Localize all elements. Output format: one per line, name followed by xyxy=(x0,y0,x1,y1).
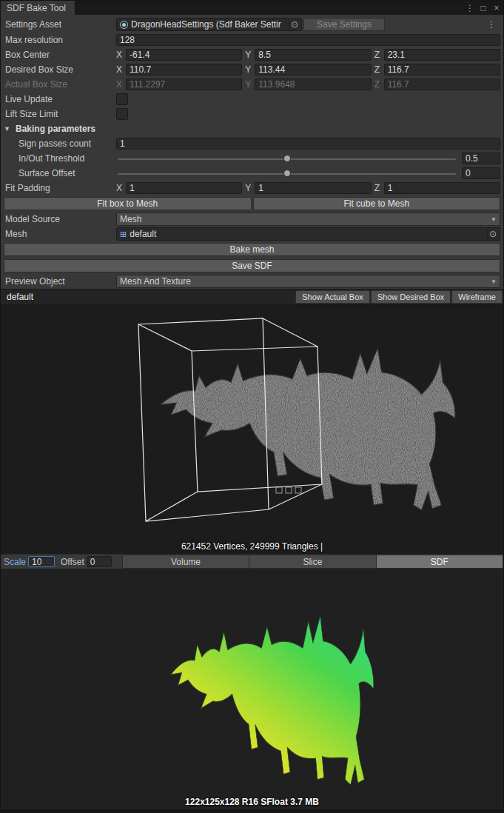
settings-asset-value: DragonHeadSettings (Sdf Baker Settir xyxy=(131,19,286,30)
sign-passes-count-label: Sign passes count xyxy=(4,138,116,149)
toolbar-kebab-icon[interactable]: ⋮ xyxy=(483,19,500,30)
desired-box-size-label: Desired Box Size xyxy=(4,64,116,75)
show-desired-box-button[interactable]: Show Desired Box xyxy=(371,290,451,304)
in-out-threshold-slider[interactable] xyxy=(118,153,456,164)
preview-header: default Show Actual Box Show Desired Box… xyxy=(1,289,503,305)
tab-slice[interactable]: Slice xyxy=(249,555,375,569)
settings-asset-label: Settings Asset xyxy=(4,19,116,30)
preview-mode-tabs: Volume Slice SDF xyxy=(122,555,503,569)
mesh-stats: 621452 Vertices, 249999 Triangles | xyxy=(1,541,503,552)
sdf-preview-canvas xyxy=(1,569,503,812)
live-update-row: Live Update xyxy=(4,93,500,106)
sign-passes-count-row: Sign passes count xyxy=(4,137,500,150)
model-source-label: Model Source xyxy=(4,214,116,224)
surface-offset-input[interactable] xyxy=(462,167,500,179)
preview-object-dropdown[interactable]: Mesh And Texture ▼ xyxy=(116,275,500,288)
surface-offset-slider[interactable] xyxy=(118,167,456,179)
axis-y-label: Y xyxy=(245,79,255,90)
fit-padding-x-input[interactable] xyxy=(126,182,242,194)
box-center-y-input[interactable] xyxy=(255,49,371,61)
mesh-label: Mesh xyxy=(4,229,116,239)
axis-z-label: Z xyxy=(374,50,384,60)
mesh-object-field[interactable]: ⊞ default ⊙ xyxy=(116,227,500,241)
show-desired-box-label: Show Desired Box xyxy=(377,292,445,301)
desired-box-size-y-input[interactable] xyxy=(255,64,371,76)
window-menu-icon[interactable]: ⋮ xyxy=(463,1,477,15)
model-source-row: Model Source Mesh ▼ xyxy=(4,213,500,226)
tab-sdf-label: SDF xyxy=(431,557,448,567)
fit-cube-to-mesh-button[interactable]: Fit cube to Mesh xyxy=(253,197,501,210)
sdf-preview-viewport[interactable]: 122x125x128 R16 SFloat 3.7 MB xyxy=(1,569,503,812)
axis-y-label: Y xyxy=(245,64,255,75)
in-out-threshold-label: In/Out Threshold xyxy=(4,153,116,164)
axis-x-label: X xyxy=(116,50,126,60)
bake-mesh-button[interactable]: Bake mesh xyxy=(4,243,500,256)
maximize-button[interactable]: □ xyxy=(477,1,490,15)
baking-parameters-row[interactable]: ▼ Baking parameters xyxy=(4,122,500,136)
tab-sdf[interactable]: SDF xyxy=(376,555,503,569)
slider-thumb[interactable] xyxy=(283,170,291,177)
save-sdf-label: Save SDF xyxy=(232,261,272,271)
scale-label[interactable]: Scale xyxy=(1,557,28,567)
max-resolution-input[interactable] xyxy=(116,34,500,46)
slider-thumb[interactable] xyxy=(283,155,291,162)
baking-parameters-label: Baking parameters xyxy=(14,124,500,134)
fit-padding-z-input[interactable] xyxy=(384,182,500,194)
fit-padding-y-input[interactable] xyxy=(255,182,371,194)
axis-y-label: Y xyxy=(245,50,255,60)
window-tab-label: SDF Bake Tool xyxy=(7,3,66,13)
preview-object-row: Preview Object Mesh And Texture ▼ xyxy=(4,275,500,288)
axis-y-label: Y xyxy=(245,183,255,193)
fit-padding-label: Fit Padding xyxy=(4,183,116,193)
model-source-value: Mesh xyxy=(120,214,488,224)
desired-box-size-z-input[interactable] xyxy=(384,64,500,76)
actual-box-size-y-input xyxy=(255,78,371,90)
mesh-icon: ⊞ xyxy=(120,230,127,239)
axis-z-label: Z xyxy=(374,79,384,90)
mesh-preview-canvas xyxy=(1,305,503,554)
lift-size-limit-checkbox[interactable] xyxy=(116,108,128,120)
mesh-preview-viewport[interactable]: 621452 Vertices, 249999 Triangles | xyxy=(1,305,503,554)
tab-slice-label: Slice xyxy=(303,557,322,567)
bake-mesh-label: Bake mesh xyxy=(229,244,274,255)
max-resolution-label: Max resolution xyxy=(4,35,116,45)
wireframe-label: Wireframe xyxy=(458,292,496,301)
gizmo-handles xyxy=(276,487,301,493)
fit-buttons-row: Fit box to Mesh Fit cube to Mesh xyxy=(4,197,500,210)
tab-volume[interactable]: Volume xyxy=(122,555,249,569)
box-center-z-input[interactable] xyxy=(384,49,500,61)
in-out-threshold-input[interactable] xyxy=(462,153,500,164)
sign-passes-count-input[interactable] xyxy=(116,138,500,150)
fit-box-to-mesh-button[interactable]: Fit box to Mesh xyxy=(4,197,252,210)
offset-input[interactable] xyxy=(87,556,112,567)
model-source-dropdown[interactable]: Mesh ▼ xyxy=(116,213,500,226)
settings-asset-row: Settings Asset DragonHeadSettings (Sdf B… xyxy=(4,17,500,32)
offset-label[interactable]: Offset xyxy=(55,557,87,567)
show-actual-box-button[interactable]: Show Actual Box xyxy=(295,290,370,304)
scale-input[interactable] xyxy=(28,556,55,567)
fit-box-label: Fit box to Mesh xyxy=(97,198,158,209)
surface-offset-row: Surface Offset xyxy=(4,167,500,180)
desired-box-size-x-input[interactable] xyxy=(126,64,242,76)
bake-mesh-row: Bake mesh xyxy=(4,243,500,256)
max-resolution-row: Max resolution xyxy=(4,33,500,47)
close-button[interactable]: × xyxy=(490,1,503,15)
object-picker-icon[interactable]: ⊙ xyxy=(289,20,300,29)
in-out-threshold-row: In/Out Threshold xyxy=(4,152,500,165)
wireframe-button[interactable]: Wireframe xyxy=(451,290,503,304)
save-sdf-button[interactable]: Save SDF xyxy=(4,259,500,272)
window-tab[interactable]: SDF Bake Tool xyxy=(1,1,75,15)
actual-box-size-z-input xyxy=(384,78,500,90)
axis-x-label: X xyxy=(116,79,126,90)
axis-x-label: X xyxy=(116,183,126,193)
actual-box-size-row: Actual Box Size X Y Z xyxy=(4,78,500,91)
scriptable-object-icon xyxy=(120,21,128,29)
object-picker-icon[interactable]: ⊙ xyxy=(487,230,498,238)
lift-size-limit-row: Lift Size Limit xyxy=(4,107,500,121)
chevron-down-icon: ▼ xyxy=(491,278,497,285)
box-center-x-input[interactable] xyxy=(126,49,242,61)
foldout-arrow-icon[interactable]: ▼ xyxy=(4,125,14,133)
save-settings-button[interactable]: Save Settings xyxy=(303,18,385,31)
live-update-checkbox[interactable] xyxy=(116,93,128,105)
settings-asset-field[interactable]: DragonHeadSettings (Sdf Baker Settir ⊙ xyxy=(116,18,302,31)
